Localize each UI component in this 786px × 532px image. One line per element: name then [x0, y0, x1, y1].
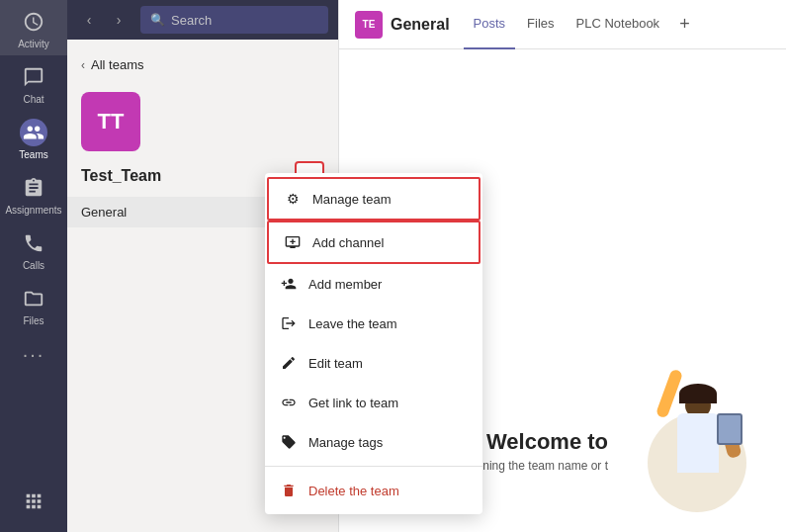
activity-icon: [20, 8, 47, 36]
chat-label: Chat: [23, 94, 44, 105]
menu-item-manage-tags[interactable]: Manage tags: [265, 422, 482, 462]
sidebar-item-assignments[interactable]: Assignments: [0, 166, 67, 222]
search-bar[interactable]: 🔍 Search: [140, 6, 328, 34]
menu-divider: [265, 466, 482, 467]
menu-label-edit-team: Edit team: [308, 356, 363, 371]
sidebar-item-chat[interactable]: Chat: [0, 55, 67, 111]
add-channel-icon: [283, 232, 303, 252]
get-link-icon: [279, 393, 299, 412]
search-icon: 🔍: [150, 13, 165, 27]
menu-item-manage-team[interactable]: ⚙ Manage team: [267, 177, 480, 221]
menu-item-delete-team[interactable]: Delete the team: [265, 471, 482, 510]
calls-icon: [20, 229, 47, 257]
back-arrow[interactable]: ‹: [77, 8, 101, 32]
add-tab-button[interactable]: +: [671, 10, 698, 39]
menu-item-add-member[interactable]: Add member: [265, 264, 482, 304]
tab-posts[interactable]: Posts: [464, 0, 516, 49]
menu-item-add-channel[interactable]: Add channel: [267, 221, 480, 264]
calls-label: Calls: [23, 260, 44, 271]
all-teams-back[interactable]: ‹ All teams: [67, 40, 338, 82]
tab-files[interactable]: Files: [517, 0, 564, 49]
chat-icon: [20, 63, 47, 91]
assignments-label: Assignments: [5, 205, 61, 216]
sidebar-item-calls[interactable]: Calls: [0, 222, 67, 277]
tab-plc-notebook[interactable]: PLC Notebook: [567, 0, 670, 49]
team-badge: TE: [355, 11, 383, 39]
edit-team-icon: [279, 353, 299, 373]
context-menu: ⚙ Manage team Add channel Add member Le: [265, 173, 482, 514]
forward-arrow[interactable]: ›: [107, 8, 131, 32]
menu-item-edit-team[interactable]: Edit team: [265, 343, 482, 383]
team-avatar: TT: [81, 92, 140, 151]
channel-name: General: [391, 16, 450, 34]
main-panel: ‹ › 🔍 Search ‹ All teams TT Test_Team ··…: [67, 0, 786, 532]
files-label: Files: [23, 315, 44, 326]
team-name: Test_Team: [81, 167, 295, 185]
tab-list: Posts Files PLC Notebook +: [464, 0, 698, 49]
menu-label-manage-team: Manage team: [312, 192, 392, 207]
sidebar-item-activity[interactable]: Activity: [0, 0, 67, 55]
more-icon: ···: [20, 340, 47, 368]
menu-label-delete-team: Delete the team: [308, 484, 399, 498]
top-bar: ‹ › 🔍 Search: [67, 0, 338, 40]
back-chevron-icon: ‹: [81, 58, 85, 72]
activity-label: Activity: [18, 39, 49, 49]
channel-header: TE General Posts Files PLC Notebook +: [339, 0, 786, 49]
sidebar: Activity Chat Teams Assignments Calls Fi…: [0, 0, 67, 532]
menu-label-add-channel: Add channel: [312, 235, 384, 250]
sidebar-item-files[interactable]: Files: [0, 277, 67, 332]
menu-label-manage-tags: Manage tags: [308, 435, 383, 450]
files-icon: [20, 285, 47, 312]
left-nav: ‹ › 🔍 Search ‹ All teams TT Test_Team ··…: [67, 0, 339, 532]
sidebar-item-teams[interactable]: Teams: [0, 111, 67, 166]
manage-team-icon: ⚙: [283, 189, 303, 209]
leave-team-icon: [279, 313, 299, 333]
menu-label-get-link: Get link to team: [308, 396, 398, 410]
sidebar-item-more[interactable]: ···: [0, 332, 67, 377]
delete-team-icon: [279, 481, 299, 500]
teams-label: Teams: [19, 149, 47, 160]
add-member-icon: [279, 274, 299, 294]
menu-label-leave-team: Leave the team: [308, 316, 397, 331]
menu-label-add-member: Add member: [308, 277, 382, 292]
assignments-icon: [20, 174, 47, 202]
all-teams-label: All teams: [91, 57, 143, 72]
teams-icon: [20, 119, 47, 146]
search-placeholder: Search: [171, 13, 212, 28]
sidebar-item-apps[interactable]: [0, 480, 67, 524]
menu-item-leave-team[interactable]: Leave the team: [265, 304, 482, 343]
menu-item-get-link[interactable]: Get link to team: [265, 383, 482, 422]
manage-tags-icon: [279, 432, 299, 452]
illustration: [618, 314, 756, 512]
nav-arrows: ‹ ›: [77, 8, 131, 32]
apps-icon: [20, 488, 47, 515]
